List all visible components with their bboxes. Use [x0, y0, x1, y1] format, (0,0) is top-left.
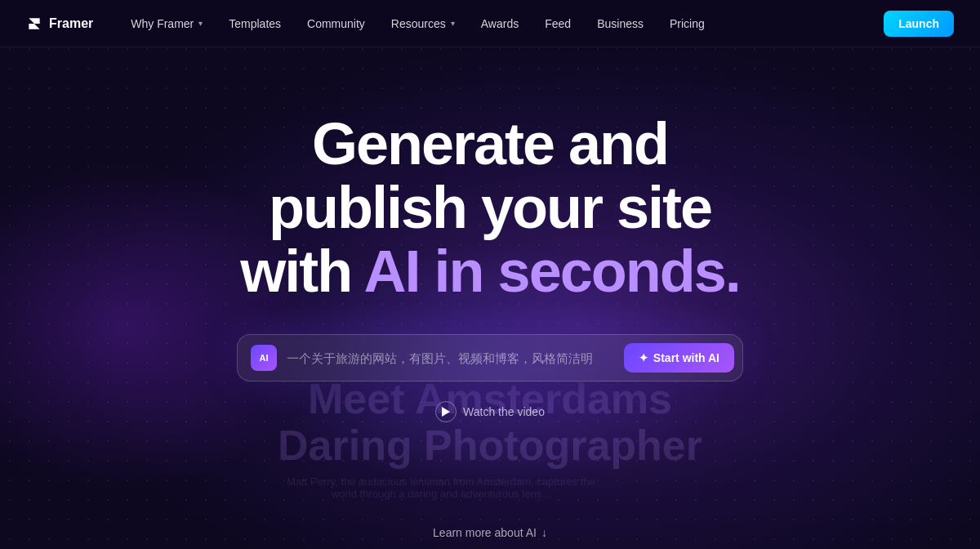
- resources-dropdown-icon: ▾: [451, 19, 455, 28]
- why-framer-dropdown-icon: ▾: [198, 19, 203, 28]
- learn-more-arrow-icon: ↓: [541, 526, 547, 539]
- nav-link-pricing[interactable]: Pricing: [658, 12, 716, 35]
- nav-left: Framer Why Framer ▾ Templates Community …: [26, 12, 716, 35]
- navbar: Framer Why Framer ▾ Templates Community …: [0, 0, 980, 47]
- nav-link-resources[interactable]: Resources ▾: [380, 12, 466, 35]
- hero-section: Generate and publish your site with AI i…: [0, 47, 980, 422]
- nav-links: Why Framer ▾ Templates Community Resourc…: [119, 12, 716, 35]
- watch-video-label: Watch the video: [463, 405, 545, 418]
- watch-video-link[interactable]: Watch the video: [435, 401, 545, 422]
- launch-button[interactable]: Launch: [884, 11, 954, 37]
- hero-title-line2: publish your site: [269, 175, 711, 240]
- learn-more-link[interactable]: Learn more about AI ↓: [433, 526, 547, 539]
- nav-link-why-framer[interactable]: Why Framer ▾: [119, 12, 214, 35]
- play-button-icon: [435, 401, 457, 422]
- search-input[interactable]: [287, 351, 614, 365]
- nav-link-feed[interactable]: Feed: [533, 12, 582, 35]
- hero-title-line1: Generate and: [312, 111, 668, 176]
- start-ai-label: Start with AI: [653, 351, 719, 364]
- start-ai-icon: ✦: [639, 351, 648, 364]
- learn-more-label: Learn more about AI: [433, 526, 537, 539]
- nav-link-business[interactable]: Business: [586, 12, 655, 35]
- nav-link-awards[interactable]: Awards: [470, 12, 530, 35]
- logo-text: Framer: [49, 16, 93, 31]
- nav-right: Launch: [884, 11, 954, 37]
- logo-link[interactable]: Framer: [26, 16, 93, 32]
- hero-title-line3-purple: AI in seconds.: [364, 239, 740, 304]
- hero-title-line3-white: with: [240, 239, 363, 304]
- hero-title: Generate and publish your site with AI i…: [240, 113, 739, 303]
- framer-logo-icon: [26, 16, 42, 32]
- nav-link-templates[interactable]: Templates: [217, 12, 292, 35]
- nav-link-community[interactable]: Community: [296, 12, 376, 35]
- ai-badge: AI: [251, 345, 277, 371]
- start-with-ai-button[interactable]: ✦ Start with AI: [624, 343, 734, 373]
- play-triangle: [442, 407, 450, 417]
- ai-search-bar: AI ✦ Start with AI: [237, 334, 743, 382]
